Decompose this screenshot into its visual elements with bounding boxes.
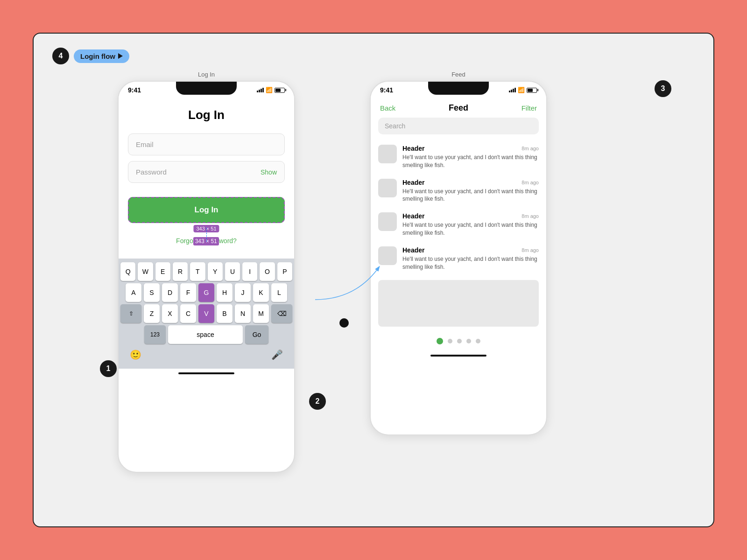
keyboard-row-2: A S D F G H J K L bbox=[120, 283, 292, 302]
key-x[interactable]: X bbox=[162, 304, 178, 323]
feed-header-row-4: Header 8m ago bbox=[402, 246, 539, 254]
key-l[interactable]: L bbox=[271, 283, 287, 302]
main-canvas: 4 Login flow Log In 9:41 bbox=[33, 33, 714, 527]
svg-point-1 bbox=[339, 318, 349, 328]
badge-number-4: 4 bbox=[52, 48, 69, 64]
badge-1: 1 bbox=[100, 360, 117, 377]
keyboard-row-1: Q W E R T Y U I O P bbox=[120, 262, 292, 281]
feed-battery-icon bbox=[527, 88, 537, 93]
center-guide-line bbox=[206, 228, 207, 242]
key-c[interactable]: C bbox=[180, 304, 196, 323]
key-d[interactable]: D bbox=[162, 283, 178, 302]
feed-signal-bar-2 bbox=[511, 90, 512, 92]
feed-pagination-dots bbox=[371, 331, 546, 351]
key-a[interactable]: A bbox=[126, 283, 141, 302]
feed-item-time-3: 8m ago bbox=[521, 213, 539, 219]
signal-bar-1 bbox=[257, 91, 258, 92]
login-button[interactable]: Log In bbox=[128, 197, 285, 223]
show-password-button[interactable]: Show bbox=[261, 168, 277, 176]
email-field[interactable]: Email bbox=[128, 133, 285, 155]
login-phone-frame: 9:41 📶 Log In bbox=[118, 81, 295, 473]
feed-item-3: Header 8m ago He'll want to use your yac… bbox=[371, 208, 546, 242]
key-t[interactable]: T bbox=[190, 262, 205, 281]
dot-2[interactable] bbox=[448, 339, 452, 343]
key-e[interactable]: E bbox=[155, 262, 170, 281]
key-n[interactable]: N bbox=[235, 304, 251, 323]
feed-title: Feed bbox=[449, 103, 468, 113]
flow-tag[interactable]: Login flow bbox=[74, 49, 129, 63]
toolbar: 4 Login flow bbox=[52, 48, 129, 64]
login-status-bar: 9:41 📶 bbox=[119, 82, 294, 98]
keyboard-row-3: ⇧ Z X C V B N M ⌫ bbox=[120, 304, 292, 323]
key-space[interactable]: space bbox=[168, 325, 243, 344]
feed-home-bar bbox=[371, 351, 546, 360]
key-u[interactable]: U bbox=[225, 262, 240, 281]
feed-item-2: Header 8m ago He'll want to use your yac… bbox=[371, 174, 546, 208]
badge-2: 2 bbox=[309, 393, 326, 410]
dot-4[interactable] bbox=[466, 339, 471, 343]
flow-label: Login flow bbox=[80, 52, 115, 60]
key-delete[interactable]: ⌫ bbox=[271, 304, 292, 323]
filter-button[interactable]: Filter bbox=[521, 104, 537, 112]
mic-icon[interactable]: 🎤 bbox=[271, 349, 283, 360]
key-j[interactable]: J bbox=[235, 283, 251, 302]
feed-body-3: Header 8m ago He'll want to use your yac… bbox=[402, 212, 539, 237]
feed-status-bar: 9:41 📶 bbox=[371, 82, 546, 98]
keyboard: Q W E R T Y U I O P A S D F G H bbox=[119, 259, 294, 369]
search-bar[interactable]: Search bbox=[378, 118, 539, 134]
feed-header-row-1: Header 8m ago bbox=[402, 145, 539, 152]
key-v[interactable]: V bbox=[198, 304, 214, 323]
search-placeholder: Search bbox=[385, 122, 405, 130]
feed-home-indicator bbox=[430, 355, 486, 357]
feed-item-time-1: 8m ago bbox=[521, 146, 539, 151]
key-z[interactable]: Z bbox=[144, 304, 160, 323]
feed-item-title-1: Header bbox=[402, 145, 424, 152]
battery-fill bbox=[275, 89, 281, 92]
key-m[interactable]: M bbox=[253, 304, 269, 323]
key-w[interactable]: W bbox=[138, 262, 153, 281]
emoji-icon[interactable]: 🙂 bbox=[130, 349, 141, 360]
feed-avatar-1 bbox=[378, 145, 397, 163]
key-b[interactable]: B bbox=[217, 304, 233, 323]
feed-phone-frame: 9:41 📶 Back Fee bbox=[370, 81, 547, 435]
login-button-wrapper: Log In 343 × 51 bbox=[128, 197, 285, 223]
feed-notch bbox=[428, 82, 489, 95]
login-screen-label: Log In bbox=[118, 71, 295, 78]
feed-body-2: Header 8m ago He'll want to use your yac… bbox=[402, 179, 539, 203]
feed-body-1: Header 8m ago He'll want to use your yac… bbox=[402, 145, 539, 169]
dot-1-active[interactable] bbox=[437, 338, 443, 344]
key-r[interactable]: R bbox=[173, 262, 188, 281]
key-go[interactable]: Go bbox=[245, 325, 268, 344]
password-field[interactable]: Password Show bbox=[128, 161, 285, 183]
feed-wifi-icon: 📶 bbox=[518, 87, 525, 93]
key-h[interactable]: H bbox=[217, 283, 233, 302]
key-q[interactable]: Q bbox=[120, 262, 135, 281]
key-shift[interactable]: ⇧ bbox=[120, 304, 141, 323]
feed-item-1: Header 8m ago He'll want to use your yac… bbox=[371, 140, 546, 174]
wifi-icon: 📶 bbox=[266, 87, 273, 93]
play-icon[interactable] bbox=[118, 53, 123, 59]
key-o[interactable]: O bbox=[260, 262, 275, 281]
key-k[interactable]: K bbox=[253, 283, 269, 302]
key-p[interactable]: P bbox=[277, 262, 292, 281]
dot-3[interactable] bbox=[457, 339, 462, 343]
feed-status-time: 9:41 bbox=[380, 86, 393, 94]
key-s[interactable]: S bbox=[144, 283, 160, 302]
feed-item-text-1: He'll want to use your yacht, and I don'… bbox=[402, 154, 539, 169]
key-i[interactable]: I bbox=[242, 262, 257, 281]
key-g[interactable]: G bbox=[198, 283, 214, 302]
feed-body-4: Header 8m ago He'll want to use your yac… bbox=[402, 246, 539, 271]
feed-navigation: Back Feed Filter bbox=[371, 98, 546, 118]
back-button[interactable]: Back bbox=[380, 104, 395, 112]
forgot-suffix: word? bbox=[219, 237, 237, 245]
key-numbers[interactable]: 123 bbox=[144, 325, 166, 344]
feed-item-text-2: He'll want to use your yacht, and I don'… bbox=[402, 188, 539, 203]
feed-placeholder-block bbox=[378, 280, 539, 327]
key-y[interactable]: Y bbox=[208, 262, 223, 281]
login-notch bbox=[176, 82, 237, 95]
key-f[interactable]: F bbox=[180, 283, 196, 302]
feed-item-title-3: Header bbox=[402, 212, 424, 220]
password-placeholder: Password bbox=[136, 168, 167, 176]
dot-5[interactable] bbox=[476, 339, 480, 343]
signal-bar-2 bbox=[259, 90, 260, 92]
